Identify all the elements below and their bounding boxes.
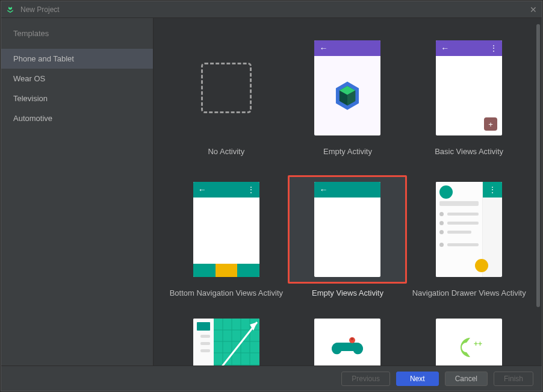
template-no-activity[interactable]: No Activity bbox=[166, 30, 287, 160]
templates-sidebar: Templates Phone and Tablet Wear OS Telev… bbox=[1, 18, 154, 366]
android-studio-logo-icon bbox=[6, 5, 14, 14]
phone-thumb: ← bbox=[314, 40, 380, 135]
sidebar-item-phone-tablet[interactable]: Phone and Tablet bbox=[1, 49, 153, 69]
template-label: Empty Activity bbox=[323, 147, 372, 156]
phone-thumb bbox=[314, 319, 380, 366]
footer: Previous Next Cancel Finish bbox=[1, 366, 542, 391]
template-game[interactable] bbox=[287, 313, 409, 366]
compose-logo-icon bbox=[334, 81, 361, 111]
drawer-appbar: ⋮ bbox=[483, 182, 502, 198]
sidebar-header: Templates bbox=[1, 29, 153, 49]
finish-button: Finish bbox=[494, 372, 533, 386]
sidebar-item-label: Television bbox=[13, 94, 48, 103]
fab-icon bbox=[475, 259, 488, 272]
template-label: No Activity bbox=[208, 147, 244, 156]
sidebar-item-television[interactable]: Television bbox=[1, 89, 153, 108]
close-icon[interactable]: ✕ bbox=[530, 5, 537, 14]
phone-thumb: ← ⋮ bbox=[193, 182, 259, 277]
sidebar-item-label: Phone and Tablet bbox=[13, 54, 74, 63]
sidebar-item-automotive[interactable]: Automotive bbox=[1, 108, 153, 128]
template-label: Bottom Navigation Views Activity bbox=[170, 288, 283, 297]
template-empty-views[interactable]: ← Empty Views Activity bbox=[287, 172, 409, 301]
template-empty-activity[interactable]: ← Empty Act bbox=[287, 30, 409, 160]
overflow-menu-icon: ⋮ bbox=[247, 185, 255, 194]
template-nav-drawer[interactable]: ⋮ bbox=[408, 172, 530, 301]
game-controller-icon bbox=[332, 337, 363, 358]
drawer-side bbox=[436, 182, 483, 277]
template-label: Basic Views Activity bbox=[435, 147, 503, 156]
phone-thumb: ← ⋮ + bbox=[436, 40, 502, 135]
vertical-scrollbar[interactable] bbox=[536, 24, 540, 307]
bottom-nav-bar bbox=[193, 264, 259, 277]
window-title: New Project bbox=[20, 5, 60, 14]
template-primary-detail[interactable] bbox=[166, 313, 287, 366]
back-arrow-icon: ← bbox=[319, 185, 327, 194]
back-arrow-icon: ← bbox=[441, 43, 449, 53]
sidebar-item-label: Wear OS bbox=[13, 74, 45, 83]
overflow-menu-icon: ⋮ bbox=[489, 185, 496, 194]
back-arrow-icon: ← bbox=[198, 185, 206, 194]
fab-plus-icon: + bbox=[484, 117, 497, 131]
svg-text:++: ++ bbox=[474, 340, 482, 348]
template-basic-views[interactable]: ← ⋮ + Basic Views Activity bbox=[408, 30, 530, 160]
chart-grid-icon bbox=[214, 319, 259, 366]
sidebar-item-wear-os[interactable]: Wear OS bbox=[1, 69, 153, 89]
previous-button: Previous bbox=[341, 372, 390, 386]
phone-thumb bbox=[193, 319, 259, 366]
titlebar: New Project ✕ bbox=[1, 1, 542, 18]
cancel-button[interactable]: Cancel bbox=[445, 372, 488, 386]
phone-thumb: ++ bbox=[436, 319, 502, 366]
overflow-menu-icon: ⋮ bbox=[490, 44, 497, 52]
template-label: Navigation Drawer Views Activity bbox=[412, 288, 526, 297]
phone-thumb: ← bbox=[314, 182, 380, 277]
template-label: Empty Views Activity bbox=[312, 288, 383, 297]
svg-rect-16 bbox=[351, 338, 353, 340]
back-arrow-icon: ← bbox=[319, 43, 327, 53]
cpp-icon: ++ bbox=[451, 333, 487, 362]
template-bottom-nav[interactable]: ← ⋮ Bottom Navigation Views Activity bbox=[166, 172, 287, 301]
no-activity-thumb bbox=[201, 63, 252, 113]
next-button[interactable]: Next bbox=[396, 372, 439, 386]
phone-thumb: ⋮ bbox=[436, 182, 502, 277]
templates-content: No Activity ← bbox=[154, 18, 542, 366]
template-native-cpp[interactable]: ++ bbox=[408, 313, 530, 366]
sidebar-item-label: Automotive bbox=[13, 114, 52, 123]
